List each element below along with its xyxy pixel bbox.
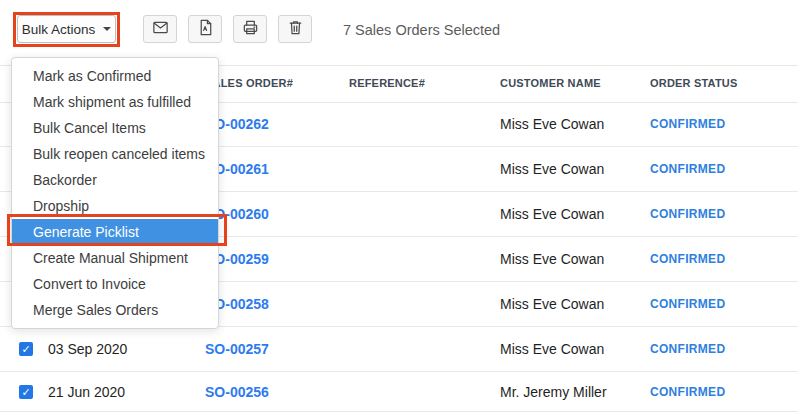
delete-button[interactable] (278, 15, 312, 43)
menu-item-bulk-reopen-canceled-items[interactable]: Bulk reopen canceled items (12, 141, 218, 167)
email-button[interactable] (143, 15, 177, 43)
export-pdf-button[interactable] (188, 15, 222, 43)
row-checkbox[interactable]: ✓ (19, 342, 33, 356)
menu-item-create-manual-shipment[interactable]: Create Manual Shipment (12, 245, 218, 271)
bulk-actions-menu: Mark as ConfirmedMark shipment as fulfil… (11, 57, 219, 329)
table-row: ✓21 Jun 2020SO-00256Mr. Jeremy MillerCON… (0, 372, 798, 412)
menu-item-bulk-cancel-items[interactable]: Bulk Cancel Items (12, 115, 218, 141)
customer-name: Miss Eve Cowan (500, 341, 604, 357)
order-status-badge: CONFIRMED (650, 162, 725, 176)
envelope-icon (151, 18, 170, 41)
order-status-badge: CONFIRMED (650, 342, 725, 356)
bulk-actions-button[interactable]: Bulk Actions (17, 15, 116, 43)
customer-name: Miss Eve Cowan (500, 116, 604, 132)
order-date: 03 Sep 2020 (48, 341, 127, 357)
customer-name: Miss Eve Cowan (500, 251, 604, 267)
column-header-reference[interactable]: REFERENCE# (349, 77, 425, 89)
menu-item-generate-picklist[interactable]: Generate Picklist (12, 219, 218, 245)
sales-order-link[interactable]: SO-00257 (205, 341, 269, 357)
caret-down-icon (103, 27, 111, 31)
order-status-badge: CONFIRMED (650, 252, 725, 266)
menu-item-mark-as-confirmed[interactable]: Mark as Confirmed (12, 63, 218, 89)
order-date: 21 Jun 2020 (48, 384, 125, 400)
column-header-status[interactable]: ORDER STATUS (650, 77, 738, 89)
order-status-badge: CONFIRMED (650, 297, 725, 311)
bulk-actions-label: Bulk Actions (22, 22, 96, 37)
customer-name: Miss Eve Cowan (500, 296, 604, 312)
row-checkbox[interactable]: ✓ (19, 385, 33, 399)
menu-item-backorder[interactable]: Backorder (12, 167, 218, 193)
selection-summary: 7 Sales Orders Selected (343, 22, 500, 38)
customer-name: Miss Eve Cowan (500, 161, 604, 177)
customer-name: Miss Eve Cowan (500, 206, 604, 222)
print-button[interactable] (233, 15, 267, 43)
trash-icon (286, 18, 305, 41)
printer-icon (241, 18, 260, 41)
menu-item-convert-to-invoice[interactable]: Convert to Invoice (12, 271, 218, 297)
sales-order-link[interactable]: SO-00256 (205, 384, 269, 400)
order-status-badge: CONFIRMED (650, 385, 725, 399)
menu-item-mark-shipment-as-fulfilled[interactable]: Mark shipment as fulfilled (12, 89, 218, 115)
pdf-file-icon (196, 18, 215, 41)
menu-item-dropship[interactable]: Dropship (12, 193, 218, 219)
table-row: ✓03 Sep 2020SO-00257Miss Eve CowanCONFIR… (0, 327, 798, 372)
order-status-badge: CONFIRMED (650, 207, 725, 221)
customer-name: Mr. Jeremy Miller (500, 384, 607, 400)
order-status-badge: CONFIRMED (650, 117, 725, 131)
column-header-customer[interactable]: CUSTOMER NAME (500, 77, 601, 89)
menu-item-merge-sales-orders[interactable]: Merge Sales Orders (12, 297, 218, 323)
